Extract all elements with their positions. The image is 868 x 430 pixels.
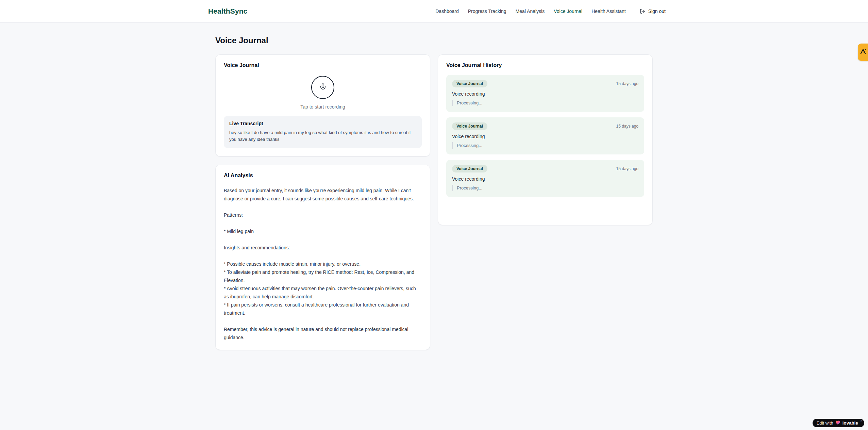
main-content: Voice Journal Voice Journal <box>215 23 653 350</box>
lovable-prefix-label: Edit with <box>817 420 833 426</box>
voice-recorder-card: Voice Journal Tap to start recording <box>215 54 430 156</box>
entry-label: Voice recording <box>452 134 638 139</box>
entry-label: Voice recording <box>452 176 638 182</box>
history-item-header: Voice Journal 15 days ago <box>452 80 638 87</box>
close-icon[interactable]: × <box>861 419 863 423</box>
entry-timestamp: 15 days ago <box>616 166 638 171</box>
log-out-icon <box>640 9 645 14</box>
live-transcript-box: Live Transcript hey so like I do have a … <box>224 116 422 148</box>
app-header: HealthSync Dashboard Progress Tracking M… <box>0 0 868 23</box>
header-container: HealthSync Dashboard Progress Tracking M… <box>208 7 666 15</box>
entry-status: Processing... <box>452 100 638 106</box>
entry-timestamp: 15 days ago <box>616 81 638 86</box>
nav-item-voice-journal[interactable]: Voice Journal <box>554 9 582 14</box>
entry-timestamp: 15 days ago <box>616 124 638 129</box>
entry-type-badge: Voice Journal <box>452 80 487 87</box>
microphone-icon <box>319 83 327 92</box>
history-item[interactable]: Voice Journal 15 days ago Voice recordin… <box>446 160 644 197</box>
heart-icon <box>835 420 840 426</box>
history-item-header: Voice Journal 15 days ago <box>452 165 638 172</box>
ai-analysis-card: AI Analysis Based on your journal entry,… <box>215 165 430 350</box>
record-button[interactable] <box>311 76 334 99</box>
history-item[interactable]: Voice Journal 15 days ago Voice recordin… <box>446 75 644 112</box>
entry-status: Processing... <box>452 142 638 149</box>
live-transcript-title: Live Transcript <box>229 121 416 126</box>
brand-logo[interactable]: HealthSync <box>208 7 247 15</box>
sign-out-label: Sign out <box>648 9 666 14</box>
mic-area: Tap to start recording <box>224 76 422 110</box>
sign-out-button[interactable]: Sign out <box>640 9 666 14</box>
recorder-card-title: Voice Journal <box>224 62 422 68</box>
ai-analysis-title: AI Analysis <box>224 172 422 179</box>
nav-item-dashboard[interactable]: Dashboard <box>435 9 459 14</box>
ai-analysis-body: Based on your journal entry, it sounds l… <box>224 186 422 342</box>
voice-journal-history-card: Voice Journal History Voice Journal 15 d… <box>438 54 653 225</box>
nav-item-progress-tracking[interactable]: Progress Tracking <box>468 9 506 14</box>
content-grid: Voice Journal Tap to start recording <box>215 54 653 350</box>
history-card-title: Voice Journal History <box>446 62 644 68</box>
nav-item-meal-analysis[interactable]: Meal Analysis <box>516 9 545 14</box>
left-column: Voice Journal Tap to start recording <box>215 54 430 350</box>
entry-type-badge: Voice Journal <box>452 122 487 130</box>
entry-type-badge: Voice Journal <box>452 165 487 172</box>
history-list: Voice Journal 15 days ago Voice recordin… <box>446 75 644 197</box>
right-column: Voice Journal History Voice Journal 15 d… <box>438 54 653 225</box>
history-item-header: Voice Journal 15 days ago <box>452 122 638 130</box>
page-title: Voice Journal <box>215 36 653 45</box>
amber-logo-icon <box>859 48 867 56</box>
history-item[interactable]: Voice Journal 15 days ago Voice recordin… <box>446 117 644 154</box>
lovable-edit-badge[interactable]: Edit with lovable × <box>813 419 864 427</box>
entry-status: Processing... <box>452 185 638 191</box>
nav-item-health-assistant[interactable]: Health Assistant <box>591 9 625 14</box>
lovable-brand-label: lovable <box>842 420 858 426</box>
side-extension-badge[interactable] <box>858 44 868 61</box>
entry-label: Voice recording <box>452 91 638 97</box>
tap-hint-text: Tap to start recording <box>300 104 345 110</box>
live-transcript-text: hey so like I do have a mild pain in my … <box>229 129 416 143</box>
main-nav: Dashboard Progress Tracking Meal Analysi… <box>435 9 666 14</box>
